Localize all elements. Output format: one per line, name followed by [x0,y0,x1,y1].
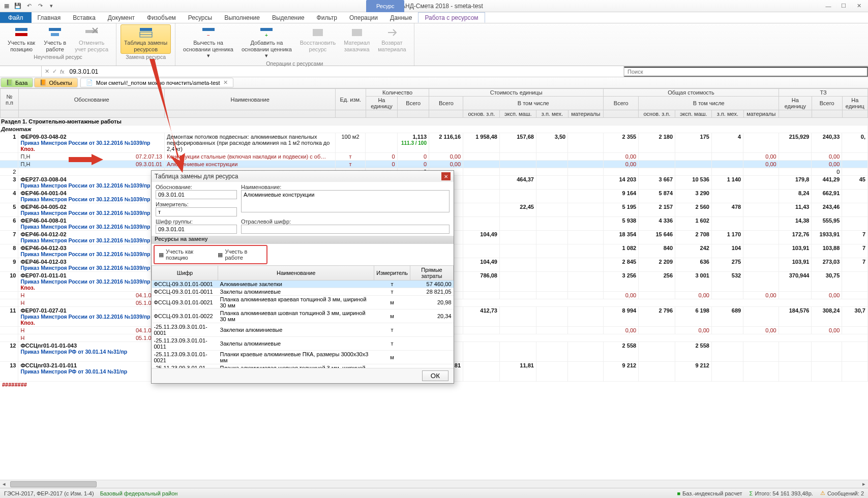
table-row-selected[interactable]: П,Н09.3.01.01 Алюминиевые конструкциит 0… [0,161,868,168]
status-bar: ГЭСН-2017, ФЕР-2017 (с Изм. 1-4) Базовый… [0,488,868,498]
svg-rect-3 [51,33,59,36]
svg-rect-5 [140,28,152,31]
label: Учесть в работе [44,40,66,52]
dialog-close-icon[interactable]: ✕ [441,172,451,180]
btn-customer-material[interactable]: Материал заказчика [340,24,373,60]
tab-execution[interactable]: Выполнение [218,12,266,23]
section-row[interactable]: Раздел 1. Строительно-монтажные работы [0,118,868,126]
nav-bar: 📗 База 📙 Объекты 📄 Мои сметы\!_потом мож… [0,77,868,88]
tab-operations[interactable]: Операции [343,12,384,23]
label: Шифр группы: [156,219,193,225]
formula-input[interactable] [68,67,623,76]
scroll-right-icon[interactable]: ▸ [860,481,868,487]
label: Восстановить ресурс [300,40,336,52]
btn-base[interactable]: 📗 База [1,78,33,87]
status-region: Базовый федеральный район [100,490,178,496]
qat-undo-icon[interactable]: ↶ [24,2,34,11]
tab-filter[interactable]: Фильтр [311,12,343,23]
dialog-title: Таблица замены для ресурса [155,173,238,180]
industry-input[interactable] [241,225,450,234]
document-tab[interactable]: 📄 Мои сметы\!_потом можно почистить\smet… [80,78,233,87]
scroll-left-icon[interactable]: ◂ [0,481,8,487]
table-row[interactable]: П,Н07.2.07.13 Конструкции стальные (вклю… [0,153,868,161]
list-item[interactable]: ФССЦ-09.3.01.01-0011Заклепы алюминиевыет… [152,288,454,296]
btn-add-price[interactable]: +Добавить на основании ценника ▾ [238,24,295,60]
tab-document[interactable]: Документ [102,12,141,23]
name-input[interactable] [241,190,450,212]
window-title: ГРАНД-Смета 2018 - smeta-test [56,3,821,10]
dlg-btn-count-in-work[interactable]: ▦ Учесть в работе [216,248,264,261]
tab-fizobem[interactable]: Физобъем [141,12,182,23]
label: Таблица замены ресурсов [124,40,167,52]
subsection-row[interactable]: Демонтаж [0,126,868,133]
tab-work-with-resource[interactable]: Работа с ресурсом [418,12,485,23]
btn-count-as-position[interactable]: Учесть как позицию [4,24,39,54]
minimize-icon[interactable]: — [821,1,835,11]
maximize-icon[interactable]: ☐ [836,1,851,11]
title-bar: ▦ 💾 ↶ ↷ ▾ ГРАНД-Смета 2018 - smeta-test … [0,0,868,12]
tab-insert[interactable]: Вставка [67,12,102,23]
tab-selection[interactable]: Выделение [266,12,311,23]
tab-data[interactable]: Данные [384,12,418,23]
btn-subtract-price[interactable]: −Вычесть на основании ценника ▾ [179,24,237,60]
qat-redo-icon[interactable]: ↷ [36,2,45,11]
app-icon[interactable]: ▦ [2,2,11,11]
tab-home[interactable]: Главная [32,12,67,23]
group-label: Неучтенный ресурс [34,54,82,61]
list-item[interactable]: -25.11.23.09.3.01.01-0022Планка алюминие… [152,364,454,368]
status-calc-mode[interactable]: ■Баз.-индексный расчет [677,490,742,496]
btn-return-material[interactable]: Возврат материала [374,24,409,60]
svg-text:−: − [207,33,210,38]
dlg-btn-count-as-position[interactable]: ▦ Учесть как позицию [157,248,214,261]
svg-rect-1 [15,33,27,36]
btn-restore-resource[interactable]: Восстановить ресурс [296,24,339,60]
group-input[interactable] [156,225,237,234]
list-item[interactable]: -25.11.23.09.3.01.01-0001Заклепки алюмин… [152,323,454,337]
list-item[interactable]: ФССЦ-09.3.01.01-0001Алюминиевые заклепки… [152,281,454,288]
tab-resources[interactable]: Ресурсы [182,12,218,23]
izm-input[interactable] [156,207,237,216]
accept-icon[interactable]: ✓ [52,68,57,75]
btn-count-in-work[interactable]: Учесть в работе [40,24,70,54]
svg-text:+: + [265,33,268,38]
table-row[interactable]: 1 ФЕР09-03-048-02Приказ Минстроя России … [0,133,868,153]
close-icon[interactable]: ✕ [852,1,866,11]
horizontal-scrollbar[interactable]: ◂ ▸ [0,480,868,488]
label: Измеритель: [156,201,189,207]
svg-rect-13 [352,29,362,36]
list-item[interactable]: -25.11.23.09.3.01.01-0021Планки краевые … [152,351,454,364]
replacement-dialog: Таблица замены для ресурса ✕ Обоснование… [151,170,454,384]
svg-rect-0 [15,28,27,31]
svg-rect-2 [49,28,61,31]
qat-dropdown-icon[interactable]: ▾ [47,2,56,11]
btn-cancel-resource[interactable]: Отменить учет ресурса [71,24,112,54]
scrollbar-thumb[interactable] [10,481,97,487]
status-messages[interactable]: ⚠Сообщений: 2 [820,490,864,496]
tab-file[interactable]: Файл [0,12,32,23]
svg-rect-12 [313,29,323,36]
formula-bar: ✕✓fx [0,66,868,77]
fx-icon[interactable]: fx [60,69,65,75]
cancel-icon[interactable]: ✕ [45,68,49,75]
qat-save-icon[interactable]: 💾 [13,2,22,11]
list-item[interactable]: -25.11.23.09.3.01.01-0011Заклепы алюмини… [152,337,454,351]
group-label: Замена ресурса [126,54,166,61]
obos-input[interactable] [156,190,237,199]
status-total[interactable]: ΣИтого: 54 161 393,48р. [750,490,813,496]
label: Отменить учет ресурса [75,40,108,52]
btn-replacement-table[interactable]: Таблица замены ресурсов [121,24,171,54]
status-baseline: ГЭСН-2017, ФЕР-2017 (с Изм. 1-4) [4,490,94,496]
dialog-toolbar: ▦ Учесть как позицию ▦ Учесть в работе [154,245,267,264]
btn-objects[interactable]: 📙 Объекты [34,78,77,87]
grid-header: № п.п Обоснование Наименование Ед. изм. … [0,88,868,118]
dialog-grid[interactable]: ШифрНаименованиеИзмерительПрямые затраты… [152,265,454,368]
search-input[interactable] [624,67,868,77]
dialog-title-bar[interactable]: Таблица замены для ресурса ✕ [152,171,454,182]
label: Материал заказчика [344,40,370,52]
list-item[interactable]: ФССЦ-09.3.01.01-0021Планка алюминиевая к… [152,296,454,309]
list-item[interactable]: ФССЦ-09.3.01.01-0022Планка алюминиевая ш… [152,309,454,323]
ok-button[interactable]: ОК [422,370,448,381]
tab-close-icon[interactable]: ✕ [223,79,228,86]
svg-rect-8 [202,28,215,31]
contextual-tab-resource[interactable]: Ресурс [366,0,404,12]
